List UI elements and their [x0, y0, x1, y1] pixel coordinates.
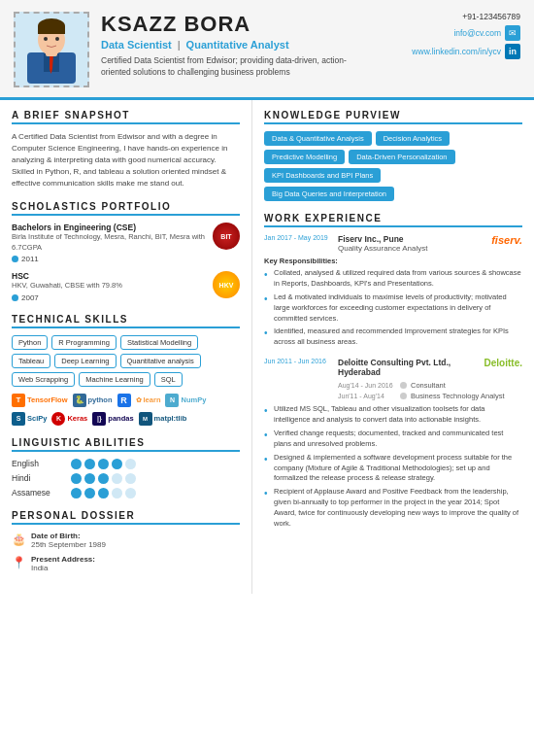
right-column: KNOWLEDGE PURVIEW Data & Quantitative An… — [252, 100, 534, 594]
dot3 — [98, 473, 109, 484]
skills-grid: Python R Programming Statistical Modelli… — [12, 335, 240, 387]
skill-python: Python — [12, 335, 48, 350]
tech-logos: T TensorFlow 🐍 python R ✿ learn N NumPy — [12, 394, 240, 426]
tag-predictive: Predictive Modelling — [264, 150, 345, 164]
skill-sql: SQL — [154, 372, 183, 387]
dob-value: 25th September 1989 — [31, 540, 106, 549]
dob-label: Date of Birth: — [31, 532, 106, 540]
deloitte-header: Jun 2011 - Jun 2016 Deloitte Consulting … — [264, 358, 522, 377]
lang-assamese-dots — [71, 488, 136, 498]
edu-item-1: Bachelors in Engineering (CSE) Birla Ins… — [12, 223, 240, 263]
snapshot-title: A BRIEF SNAPSHOT — [12, 110, 240, 124]
knowledge-tags-row2: Predictive Modelling Data-Driven Persona… — [264, 150, 522, 164]
job-fiserv: Jan 2017 - May 2019 Fiserv Inc., Pune Qu… — [264, 234, 522, 348]
dot1 — [71, 459, 82, 469]
deloitte-bullet-2: Verified change requests; documented, tr… — [264, 429, 522, 450]
address-content: Present Address: India — [31, 555, 95, 572]
dot5 — [125, 459, 136, 469]
svg-point-7 — [44, 37, 48, 41]
tag-driven: Data-Driven Personalization — [349, 150, 454, 164]
job-deloitte: Jun 2011 - Jun 2016 Deloitte Consulting … — [264, 358, 522, 530]
dot3 — [98, 488, 109, 498]
fiserv-bullet-3: Identified, measured and recommended Imp… — [264, 326, 522, 348]
logo-python: 🐍 python — [73, 394, 113, 407]
email-row: info@cv.com ✉ — [394, 25, 520, 41]
logo-tensorflow: T TensorFlow — [12, 394, 68, 407]
logo-sklearn: ✿ learn — [136, 395, 161, 404]
edu-year-1: 2011 — [21, 255, 39, 263]
skill-r: R Programming — [51, 335, 117, 350]
logo-scipy: S SciPy — [12, 412, 47, 426]
edu-school-2: HKV, Guwahati, CBSE with 79.8% — [12, 281, 207, 292]
avatar — [14, 12, 89, 87]
lang-english: English — [12, 459, 240, 469]
knowledge-tags-row3: KPI Dashboards and BPI Plans — [264, 168, 522, 183]
linkedin-link[interactable]: www.linkedin.com/in/ycv — [412, 47, 501, 56]
consultant-title: Consultant — [411, 381, 446, 390]
deloitte-bullet-4: Recipient of Applause Award and Positive… — [264, 487, 522, 530]
edu-dot-1 — [12, 256, 18, 262]
dot5 — [125, 473, 136, 484]
cake-icon: 🎂 — [12, 533, 25, 546]
fiserv-bullets: Collated, analysed & utilized required d… — [264, 268, 522, 348]
skill-dl: Deep Learning — [54, 354, 116, 368]
dot4 — [112, 473, 122, 484]
deloitte-company: Deloitte Consulting Pvt. Ltd., Hyderabad — [338, 358, 479, 377]
dob-item: 🎂 Date of Birth: 25th September 1989 — [12, 532, 240, 549]
skill-tableau: Tableau — [12, 354, 50, 368]
logo-keras: K Keras — [51, 412, 87, 426]
deloitte-sub-roles: Aug'14 - Jun 2016 Consultant Jun'11 - Au… — [338, 381, 522, 400]
edu-degree-2: HSC — [12, 271, 207, 281]
edu-year-row-1: 2011 — [12, 255, 207, 263]
edu-content-2: HSC HKV, Guwahati, CBSE with 79.8% 2007 — [12, 271, 207, 302]
deloitte-bullet-1: Utilized MS SQL, Tableau and other visua… — [264, 404, 522, 426]
lang-hindi-dots — [71, 473, 136, 484]
title-data-scientist: Data Scientist — [101, 39, 172, 51]
main-body: A BRIEF SNAPSHOT A Certified Data Scient… — [0, 100, 534, 594]
edu-year-row-2: 2007 — [12, 293, 207, 302]
snapshot-section: A BRIEF SNAPSHOT A Certified Data Scient… — [12, 110, 240, 189]
experience-title: WORK EXPERIENCE — [264, 213, 522, 227]
fiserv-key-resp: Key Responsibilities: — [264, 257, 522, 265]
linguistic-section: LINGUISTIC ABILITIES English Hindi — [12, 437, 240, 498]
experience-section: WORK EXPERIENCE Jan 2017 - May 2019 Fise… — [264, 213, 522, 530]
knowledge-title: KNOWLEDGE PURVIEW — [264, 110, 522, 124]
dot2 — [84, 488, 95, 498]
snapshot-text: A Certified Data Scientist from Edwisor … — [12, 131, 240, 189]
lang-english-label: English — [12, 459, 65, 468]
candidate-name: KSAZZ BORA — [101, 12, 383, 37]
skills-title: TECHNICAL SKILLS — [12, 314, 240, 328]
svg-point-8 — [55, 37, 59, 41]
email-link[interactable]: info@cv.com — [453, 28, 501, 38]
personal-title: PERSONAL DOSSIER — [12, 510, 240, 525]
dot2 — [84, 459, 95, 469]
left-column: A BRIEF SNAPSHOT A Certified Data Scient… — [0, 100, 252, 594]
fiserv-company-block: Fiserv Inc., Pune Quality Assurance Anal… — [338, 234, 485, 253]
bta-date: Jun'11 - Aug'14 — [338, 393, 396, 399]
edu-logo-bit: BIT — [213, 223, 240, 250]
lang-english-dots — [71, 459, 136, 469]
address-value: India — [31, 564, 95, 572]
deloitte-logo: Deloitte. — [484, 358, 522, 368]
dot2 — [84, 473, 95, 484]
title-quant-analyst: Quantitative Analyst — [186, 39, 289, 51]
header-description: Certified Data Scientist from Edwisor; p… — [101, 55, 353, 79]
map-icon: 📍 — [12, 556, 25, 569]
edu-logo-hsc: HKV — [213, 271, 240, 298]
dob-content: Date of Birth: 25th September 1989 — [31, 532, 106, 549]
logo-r: R — [117, 394, 131, 407]
deloitte-dates: Jun 2011 - Jun 2016 — [264, 358, 332, 364]
header-center: KSAZZ BORA Data Scientist | Quantitative… — [101, 12, 383, 79]
linkedin-icon: in — [505, 44, 520, 59]
fiserv-dates: Jan 2017 - May 2019 — [264, 234, 332, 241]
edu-year-2: 2007 — [21, 293, 39, 302]
phone-number: +91-123456789 — [394, 12, 520, 21]
scholastics-section: SCHOLASTICS PORTFOLIO Bachelors in Engin… — [12, 201, 240, 302]
fiserv-role: Quality Assurance Analyst — [338, 244, 485, 253]
dot5 — [125, 488, 136, 498]
address-label: Present Address: — [31, 555, 95, 564]
sub-role-dot-1 — [400, 382, 407, 389]
skills-section: TECHNICAL SKILLS Python R Programming St… — [12, 314, 240, 426]
logo-pandas: |} pandas — [92, 412, 133, 426]
knowledge-tags-row4: Big Data Queries and Interpretation — [264, 187, 522, 201]
